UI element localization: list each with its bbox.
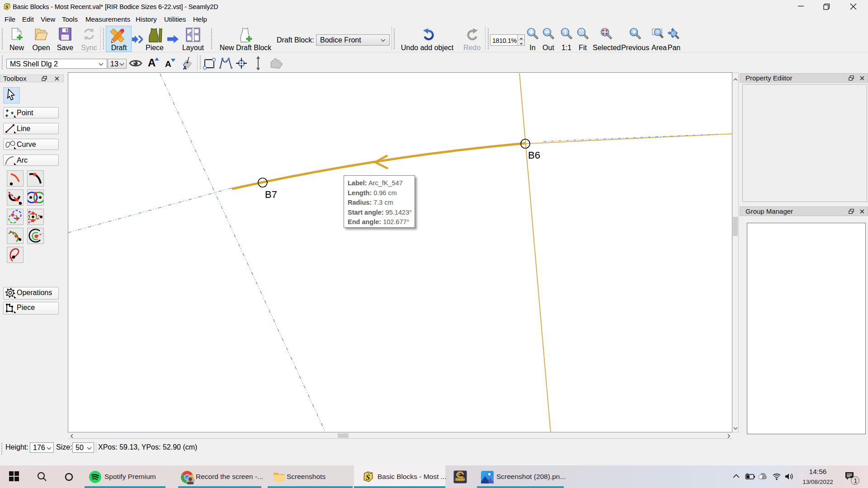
svg-text:B7: B7 (265, 189, 277, 200)
svg-text:S: S (5, 4, 8, 9)
svg-text:1: 1 (564, 29, 567, 36)
svg-text:B6: B6 (528, 150, 540, 161)
svg-text:S: S (366, 474, 370, 481)
svg-text:A: A (183, 65, 187, 70)
svg-text:1: 1 (854, 477, 858, 484)
